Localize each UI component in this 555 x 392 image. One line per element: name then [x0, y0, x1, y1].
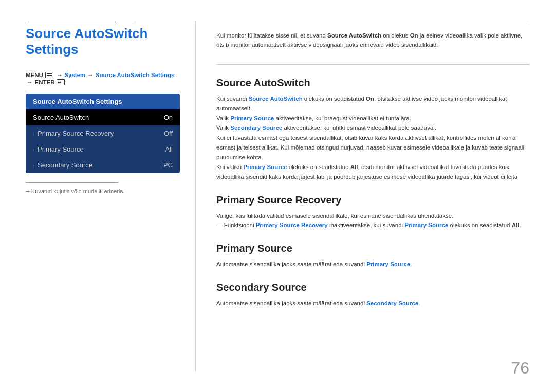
h-divider — [216, 64, 529, 65]
menu-icon — [45, 72, 53, 78]
right-column: Kui monitor lülitatakse sisse nii, et su… — [196, 0, 555, 392]
arrow-1: → — [57, 72, 63, 78]
menu-item-secondary-source[interactable]: · Secondary Source PC — [26, 157, 180, 173]
menu-item-primary-recovery[interactable]: · Primary Source Recovery Off — [26, 125, 180, 141]
page-number: 76 — [511, 359, 529, 378]
section-title-autoswitch: Source AutoSwitch — [216, 77, 529, 89]
enter-icon — [57, 79, 65, 85]
section-secondary-source: Secondary Source Automaatse sisendallika… — [216, 282, 529, 308]
section-primary-recovery: Primary Source Recovery Valige, kas lüli… — [216, 194, 529, 231]
dot-2: · — [33, 146, 34, 153]
footnote: Kuvatud kujutis võib mudeliti erineda. — [26, 188, 180, 194]
section-body-autoswitch: Kui suvandi Source AutoSwitch olekuks on… — [216, 94, 529, 182]
menu-label: MENU — [26, 72, 43, 78]
section-title-primary-source: Primary Source — [216, 242, 529, 254]
divider-line — [26, 182, 118, 183]
secondary-source-label: · Secondary Source — [33, 161, 92, 169]
settings-label: Source AutoSwitch Settings — [96, 72, 175, 78]
system-label: System — [64, 72, 85, 78]
source-autoswitch-value: On — [164, 114, 173, 121]
primary-recovery-value: Off — [164, 129, 173, 137]
menu-item-source-autoswitch[interactable]: Source AutoSwitch On — [26, 109, 180, 125]
section-primary-source: Primary Source Automaatse sisendallika j… — [216, 242, 529, 269]
section-title-secondary-source: Secondary Source — [216, 282, 529, 293]
arrow-3: → — [27, 79, 33, 85]
left-top-line — [26, 22, 116, 22]
primary-recovery-label: · Primary Source Recovery — [33, 129, 114, 137]
primary-source-value: All — [165, 145, 173, 153]
menu-path: MENU → System → Source AutoSwitch Settin… — [26, 72, 180, 85]
section-title-primary-recovery: Primary Source Recovery — [216, 194, 529, 206]
arrow-2: → — [87, 72, 94, 78]
top-line — [134, 22, 529, 22]
page-title: Source AutoSwitch Settings — [26, 26, 180, 58]
dot-1: · — [33, 130, 34, 137]
source-autoswitch-label: Source AutoSwitch — [33, 114, 89, 121]
section-body-secondary-source: Automaatse sisendallika jaoks saate määr… — [216, 298, 529, 308]
section-body-primary-source: Automaatse sisendallika jaoks saate määr… — [216, 259, 529, 269]
top-paragraph: Kui monitor lülitatakse sisse nii, et su… — [216, 26, 529, 50]
secondary-source-value: PC — [163, 161, 173, 169]
menu-item-primary-source[interactable]: · Primary Source All — [26, 141, 180, 157]
ui-box-title: Source AutoSwitch Settings — [26, 94, 180, 109]
left-column: Source AutoSwitch Settings MENU → System… — [0, 0, 195, 392]
section-source-autoswitch: Source AutoSwitch Kui suvandi Source Aut… — [216, 77, 529, 182]
section-body-primary-recovery: Valige, kas lülitada valitud esmasele si… — [216, 211, 529, 231]
dot-3: · — [33, 162, 34, 169]
enter-label: ENTER — [35, 79, 55, 85]
primary-source-label: · Primary Source — [33, 145, 84, 153]
ui-box: Source AutoSwitch Settings Source AutoSw… — [26, 94, 180, 173]
